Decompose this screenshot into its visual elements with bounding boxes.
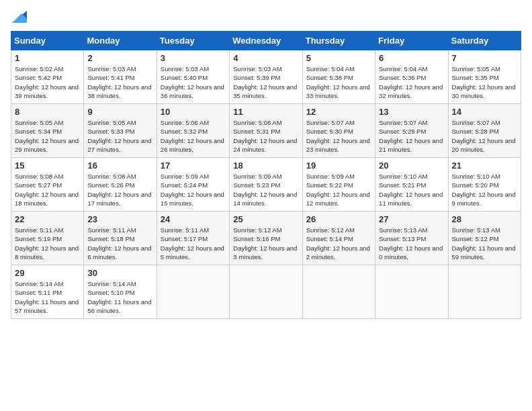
day-number: 9	[87, 107, 152, 117]
day-info: Sunrise: 5:08 AM Sunset: 5:27 PM Dayligh…	[15, 172, 80, 208]
day-info: Sunrise: 5:11 AM Sunset: 5:17 PM Dayligh…	[161, 226, 226, 261]
calendar-week-3: 15Sunrise: 5:08 AM Sunset: 5:27 PM Dayli…	[11, 158, 521, 212]
day-info: Sunrise: 5:05 AM Sunset: 5:34 PM Dayligh…	[15, 118, 80, 154]
calendar-cell	[375, 265, 448, 319]
day-info: Sunrise: 5:11 AM Sunset: 5:18 PM Dayligh…	[87, 226, 152, 261]
day-number: 22	[15, 214, 80, 224]
day-info: Sunrise: 5:05 AM Sunset: 5:35 PM Dayligh…	[452, 64, 517, 100]
calendar-cell: 27Sunrise: 5:13 AM Sunset: 5:13 PM Dayli…	[375, 212, 448, 265]
calendar-cell: 8Sunrise: 5:05 AM Sunset: 5:34 PM Daylig…	[11, 104, 84, 158]
day-number: 29	[15, 268, 80, 278]
calendar-cell: 6Sunrise: 5:04 AM Sunset: 5:36 PM Daylig…	[375, 50, 448, 104]
day-info: Sunrise: 5:12 AM Sunset: 5:14 PM Dayligh…	[306, 226, 371, 261]
header-tuesday: Tuesday	[157, 32, 229, 50]
calendar-week-2: 8Sunrise: 5:05 AM Sunset: 5:34 PM Daylig…	[11, 104, 521, 158]
calendar-cell: 28Sunrise: 5:13 AM Sunset: 5:12 PM Dayli…	[448, 212, 521, 265]
day-info: Sunrise: 5:07 AM Sunset: 5:29 PM Dayligh…	[379, 118, 444, 154]
day-number: 30	[87, 268, 152, 278]
calendar-cell: 14Sunrise: 5:07 AM Sunset: 5:28 PM Dayli…	[448, 104, 521, 158]
day-info: Sunrise: 5:09 AM Sunset: 5:24 PM Dayligh…	[161, 172, 226, 208]
calendar-cell: 19Sunrise: 5:09 AM Sunset: 5:22 PM Dayli…	[302, 158, 375, 212]
calendar-cell	[157, 265, 229, 319]
calendar-cell: 29Sunrise: 5:14 AM Sunset: 5:11 PM Dayli…	[11, 265, 84, 319]
day-info: Sunrise: 5:07 AM Sunset: 5:30 PM Dayligh…	[306, 118, 371, 154]
calendar-cell: 3Sunrise: 5:03 AM Sunset: 5:40 PM Daylig…	[157, 50, 229, 104]
calendar-cell: 9Sunrise: 5:05 AM Sunset: 5:33 PM Daylig…	[84, 104, 157, 158]
header-thursday: Thursday	[302, 32, 375, 50]
calendar-week-1: 1Sunrise: 5:02 AM Sunset: 5:42 PM Daylig…	[11, 50, 521, 104]
day-info: Sunrise: 5:06 AM Sunset: 5:32 PM Dayligh…	[161, 118, 226, 154]
calendar-cell: 20Sunrise: 5:10 AM Sunset: 5:21 PM Dayli…	[375, 158, 448, 212]
day-number: 10	[161, 107, 226, 117]
calendar-cell: 5Sunrise: 5:04 AM Sunset: 5:38 PM Daylig…	[302, 50, 375, 104]
day-info: Sunrise: 5:13 AM Sunset: 5:13 PM Dayligh…	[379, 226, 444, 261]
day-info: Sunrise: 5:03 AM Sunset: 5:41 PM Dayligh…	[87, 64, 152, 100]
day-number: 28	[452, 214, 517, 224]
day-number: 19	[306, 161, 371, 171]
calendar-cell	[302, 265, 375, 319]
day-number: 20	[379, 161, 444, 171]
day-info: Sunrise: 5:03 AM Sunset: 5:40 PM Dayligh…	[161, 64, 226, 100]
day-info: Sunrise: 5:03 AM Sunset: 5:39 PM Dayligh…	[233, 64, 298, 100]
calendar-cell: 26Sunrise: 5:12 AM Sunset: 5:14 PM Dayli…	[302, 212, 375, 265]
calendar-cell: 17Sunrise: 5:09 AM Sunset: 5:24 PM Dayli…	[157, 158, 229, 212]
day-number: 16	[87, 161, 152, 171]
day-info: Sunrise: 5:12 AM Sunset: 5:16 PM Dayligh…	[233, 226, 298, 261]
day-number: 12	[306, 107, 371, 117]
day-number: 6	[379, 53, 444, 63]
day-info: Sunrise: 5:14 AM Sunset: 5:11 PM Dayligh…	[15, 279, 80, 315]
calendar-cell: 24Sunrise: 5:11 AM Sunset: 5:17 PM Dayli…	[157, 212, 229, 265]
calendar-cell: 30Sunrise: 5:14 AM Sunset: 5:10 PM Dayli…	[84, 265, 157, 319]
day-number: 25	[233, 214, 298, 224]
day-number: 1	[15, 53, 80, 63]
header-wednesday: Wednesday	[230, 32, 302, 50]
day-number: 23	[87, 214, 152, 224]
day-info: Sunrise: 5:05 AM Sunset: 5:33 PM Dayligh…	[87, 118, 152, 154]
logo-icon	[12, 11, 27, 23]
day-info: Sunrise: 5:10 AM Sunset: 5:20 PM Dayligh…	[452, 172, 517, 208]
day-number: 3	[161, 53, 226, 63]
calendar-cell: 22Sunrise: 5:11 AM Sunset: 5:19 PM Dayli…	[11, 212, 84, 265]
calendar-week-5: 29Sunrise: 5:14 AM Sunset: 5:11 PM Dayli…	[11, 265, 521, 319]
day-number: 26	[306, 214, 371, 224]
day-number: 14	[452, 107, 517, 117]
header-sunday: Sunday	[11, 32, 84, 50]
day-info: Sunrise: 5:09 AM Sunset: 5:23 PM Dayligh…	[233, 172, 298, 208]
day-info: Sunrise: 5:04 AM Sunset: 5:38 PM Dayligh…	[306, 64, 371, 100]
calendar-cell: 25Sunrise: 5:12 AM Sunset: 5:16 PM Dayli…	[230, 212, 302, 265]
calendar-cell	[448, 265, 521, 319]
day-info: Sunrise: 5:04 AM Sunset: 5:36 PM Dayligh…	[379, 64, 444, 100]
day-info: Sunrise: 5:08 AM Sunset: 5:26 PM Dayligh…	[87, 172, 152, 208]
day-number: 24	[161, 214, 226, 224]
logo	[11, 11, 27, 23]
calendar-week-4: 22Sunrise: 5:11 AM Sunset: 5:19 PM Dayli…	[11, 212, 521, 265]
day-info: Sunrise: 5:11 AM Sunset: 5:19 PM Dayligh…	[15, 226, 80, 261]
day-info: Sunrise: 5:14 AM Sunset: 5:10 PM Dayligh…	[87, 279, 152, 315]
calendar-cell: 18Sunrise: 5:09 AM Sunset: 5:23 PM Dayli…	[230, 158, 302, 212]
calendar-cell: 1Sunrise: 5:02 AM Sunset: 5:42 PM Daylig…	[11, 50, 84, 104]
day-info: Sunrise: 5:13 AM Sunset: 5:12 PM Dayligh…	[452, 226, 517, 261]
day-info: Sunrise: 5:10 AM Sunset: 5:21 PM Dayligh…	[379, 172, 444, 208]
calendar-cell: 11Sunrise: 5:06 AM Sunset: 5:31 PM Dayli…	[230, 104, 302, 158]
calendar-cell: 2Sunrise: 5:03 AM Sunset: 5:41 PM Daylig…	[84, 50, 157, 104]
day-number: 13	[379, 107, 444, 117]
header-row: Sunday Monday Tuesday Wednesday Thursday…	[11, 32, 521, 50]
calendar-cell: 21Sunrise: 5:10 AM Sunset: 5:20 PM Dayli…	[448, 158, 521, 212]
calendar-cell: 16Sunrise: 5:08 AM Sunset: 5:26 PM Dayli…	[84, 158, 157, 212]
day-number: 15	[15, 161, 80, 171]
day-number: 4	[233, 53, 298, 63]
day-info: Sunrise: 5:07 AM Sunset: 5:28 PM Dayligh…	[452, 118, 517, 154]
calendar-cell: 4Sunrise: 5:03 AM Sunset: 5:39 PM Daylig…	[230, 50, 302, 104]
calendar-table: Sunday Monday Tuesday Wednesday Thursday…	[11, 31, 521, 319]
day-number: 8	[15, 107, 80, 117]
day-number: 27	[379, 214, 444, 224]
day-number: 5	[306, 53, 371, 63]
calendar-cell: 12Sunrise: 5:07 AM Sunset: 5:30 PM Dayli…	[302, 104, 375, 158]
calendar-cell	[230, 265, 302, 319]
day-info: Sunrise: 5:06 AM Sunset: 5:31 PM Dayligh…	[233, 118, 298, 154]
day-info: Sunrise: 5:02 AM Sunset: 5:42 PM Dayligh…	[15, 64, 80, 100]
calendar-cell: 7Sunrise: 5:05 AM Sunset: 5:35 PM Daylig…	[448, 50, 521, 104]
calendar-cell: 15Sunrise: 5:08 AM Sunset: 5:27 PM Dayli…	[11, 158, 84, 212]
calendar-cell: 13Sunrise: 5:07 AM Sunset: 5:29 PM Dayli…	[375, 104, 448, 158]
header-monday: Monday	[84, 32, 157, 50]
